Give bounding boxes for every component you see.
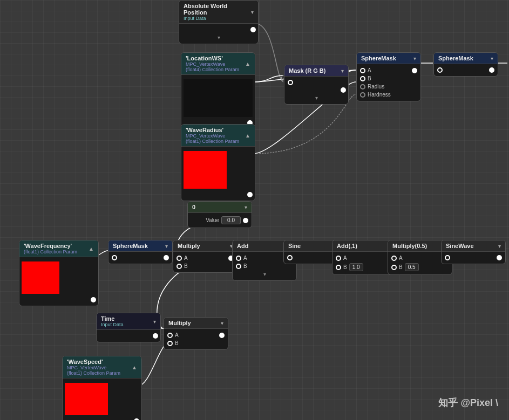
chevron-icon-time[interactable]: ▾ [153,319,156,325]
pin-in-sm-mid [112,255,117,260]
node-sub2-wave-speed: (float1) Collection Param [67,370,120,376]
node-body-sphere-mask-2 [434,64,498,76]
pin-label-b-add1: B [243,263,247,269]
node-body-location-ws [181,75,255,129]
value-label-float-const: Value [206,217,219,223]
node-title-multiply-2: Multiply(0.5) [392,243,427,249]
node-body-multiply-3: A B [164,329,228,349]
pin-label-b-mul2: B [399,264,403,270]
node-header-float-const: 0 ▾ [188,202,252,213]
node-body-wave-speed [63,378,141,420]
pin-out-sm-mid [164,255,169,260]
node-title-mask: Mask (R G B) [289,67,325,74]
pin-row-hardness-sm1: Hardness [357,91,420,99]
node-header-wave-frequency: 'WaveFrequency' (float1) Collection Para… [19,240,98,257]
pin-a-sm1 [360,68,365,73]
node-header-sphere-mask-mid: SphereMask ▾ [108,240,172,252]
node-sub1-location-ws: MPC_VertexWave [186,61,239,67]
node-sub2-wave-radius: (float1) Collection Param [186,139,239,144]
pin-row-b-mul3: B [164,339,228,347]
chevron-icon-multiply-3[interactable]: ▾ [221,320,223,326]
pin-out-mul3 [219,333,225,338]
node-body-time [97,330,160,342]
node-header-time: Time Input Data ▾ [97,313,160,330]
pin-in-sine [287,255,293,260]
chevron-icon-mask[interactable]: ▾ [341,68,344,74]
node-multiply-3: Multiply ▾ A B [164,317,228,350]
pin-b-add2 [336,265,341,270]
pin-in-sine-wave [445,255,450,260]
node-absolute-world-position: Absolute World Position Input Data ▾ ▾ [179,0,259,44]
output-pin-row-wave-frequency [19,296,98,304]
b-value-add2: 1.0 [349,263,363,271]
node-title-sphere-mask-1: SphereMask [361,55,396,61]
pin-row-radius-sm1: Radius [357,82,420,91]
pin-row-a-mul1: A [173,254,237,262]
output-pin-row-mask [284,86,348,94]
chevron-icon-awp[interactable]: ▾ [251,9,254,15]
node-header-add-2: Add(,1) ▾ [332,240,396,252]
chevron-icon-sphere-mask-mid[interactable]: ▾ [165,243,168,249]
expand-chevron-awp[interactable]: ▾ [179,33,258,42]
node-title-sine-wave: SineWave [446,243,474,249]
node-header-sphere-mask-2: SphereMask ▾ [434,53,498,64]
node-title-sphere-mask-mid: SphereMask [113,243,148,249]
output-pin-awp [250,27,256,32]
pin-label-a-mul1: A [184,255,188,261]
pin-row-a-sm1: A [357,66,420,74]
pin-row-a-mul3: A [164,331,228,339]
input-pin-row-mask [284,79,348,86]
node-subtitle-time: Input Data [101,322,124,327]
pin-b-mul1 [177,264,182,269]
node-title-multiply-3: Multiply [168,320,191,326]
node-title-sine: Sine [288,243,301,249]
node-title-add-2: Add(,1) [337,243,357,249]
chevron-icon-sphere-mask-2[interactable]: ▾ [491,56,493,61]
node-header-wave-speed: 'WaveSpeed' MPC_VertexWave (float1) Coll… [63,356,141,378]
node-sub-wave-frequency: (float1) Collection Param [24,249,77,254]
expand-chevron-mask[interactable]: ▾ [284,94,348,102]
pin-a-mul3 [167,333,173,338]
output-pin-wave-radius [247,192,253,197]
chevron-icon-wave-radius[interactable]: ▲ [245,133,250,139]
pin-row-in-sm2 [434,66,498,74]
chevron-icon-wave-frequency[interactable]: ▲ [89,246,94,252]
node-wave-speed: 'WaveSpeed' MPC_VertexWave (float1) Coll… [62,356,142,420]
chevron-icon-location-ws[interactable]: ▲ [245,61,250,67]
pin-label-a-mul2: A [399,255,403,261]
node-sphere-mask-1: SphereMask ▾ A B Radius Hardness [356,52,421,101]
node-title-location-ws: 'LocationWS' [186,55,239,61]
pin-row-a-add2: A [332,254,396,262]
pin-row-in-sine-wave [442,254,505,261]
chevron-icon-sphere-mask-1[interactable]: ▾ [413,56,416,61]
node-sub1-wave-speed: MPC_VertexWave [67,365,120,370]
pin-b-add1 [236,264,241,269]
chevron-icon-wave-speed[interactable]: ▲ [132,364,137,370]
pin-label-b-mul3: B [175,340,179,346]
pin-b-mul2 [391,265,397,270]
node-subtitle-awp: Input Data [184,16,251,21]
pin-row-b-sm1: B [357,74,420,82]
pin-row-b-mul1: B [173,262,237,270]
node-header-location-ws: 'LocationWS' MPC_VertexWave (float4) Col… [181,53,255,75]
pin-a-mul1 [177,256,182,261]
node-body-wave-frequency [19,257,98,306]
chevron-icon-sine-wave[interactable]: ▾ [498,243,501,249]
node-header-multiply-1: Multiply ▾ [173,240,237,252]
node-body-wave-radius [181,147,255,201]
node-header-wave-radius: 'WaveRadius' MPC_VertexWave (float1) Col… [181,125,255,147]
output-pin-float-const [243,218,248,223]
pin-out-sm2 [489,67,494,73]
expand-chevron-add1[interactable]: ▾ [233,270,296,278]
node-title-awp: Absolute World Position [184,3,251,16]
b-value-mul2: 0.5 [405,263,419,271]
node-sphere-mask-2: SphereMask ▾ [433,52,498,77]
node-body-mask: ▾ [284,77,348,104]
pin-b-sm1 [360,76,365,81]
output-pin-row-wave-radius [181,191,255,198]
node-multiply-1: Multiply ▾ A B [173,240,237,273]
pin-label-a-add1: A [243,255,247,261]
chevron-icon-float-const[interactable]: ▾ [245,204,247,210]
output-pin-wave-frequency [91,297,96,302]
node-title-wave-frequency: 'WaveFrequency' [24,243,77,249]
